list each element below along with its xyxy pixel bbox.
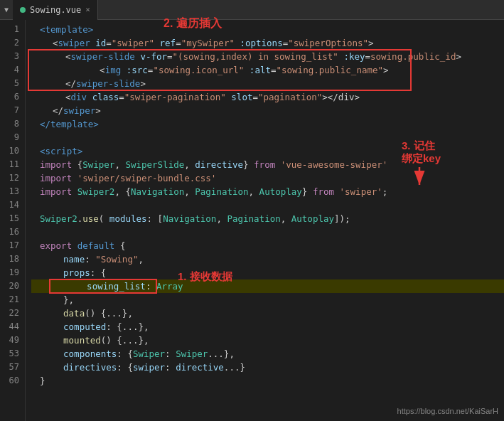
code-line-7: </swiper> bbox=[31, 104, 504, 117]
code-line-18: name: "Sowing", bbox=[31, 252, 504, 266]
code-line-53: components: {Swiper: Swiper...}, bbox=[31, 347, 504, 361]
code-line-44: computed: {...}, bbox=[31, 320, 504, 334]
tab-arrow: ▼ bbox=[0, 6, 13, 14]
code-line-11: import {Swiper, SwiperSlide, directive} … bbox=[31, 158, 504, 171]
code-line-1: <template> bbox=[31, 23, 504, 36]
code-line-16 bbox=[31, 225, 504, 239]
tab-bar: ▼ Sowing.vue × bbox=[0, 0, 504, 20]
code-line-60: } bbox=[31, 374, 504, 388]
editor: 1234567891011121314151617181920212244495… bbox=[0, 20, 504, 421]
code-line-12: import 'swiper/swiper-bundle.css' bbox=[31, 171, 504, 185]
code-line-14 bbox=[31, 198, 504, 212]
code-line-20: sowing_list: Array bbox=[31, 279, 504, 293]
tab-sowing-vue[interactable]: Sowing.vue × bbox=[13, 0, 98, 20]
vue-dot bbox=[20, 7, 26, 13]
code-line-9 bbox=[31, 131, 504, 144]
code-line-5: </swiper-slide> bbox=[31, 77, 504, 90]
code-line-8: </template> bbox=[31, 117, 504, 131]
code-line-6: <div class="swiper-pagination" slot="pag… bbox=[31, 90, 504, 104]
tab-label: Sowing.vue bbox=[30, 5, 81, 15]
code-line-21: }, bbox=[31, 293, 504, 307]
code-line-4: <img :src="sowing.icon_url" :alt="sowing… bbox=[31, 63, 504, 77]
code-line-19: props: { bbox=[31, 266, 504, 279]
code-line-57: directives: {swiper: directive...} bbox=[31, 361, 504, 374]
code-line-3: <swiper-slide v-for="(sowing,index) in s… bbox=[31, 50, 504, 63]
code-line-2: <swiper id="swiper" ref="mySwiper" :opti… bbox=[31, 36, 504, 50]
code-line-15: Swiper2.use( modules: [Navigation, Pagin… bbox=[31, 212, 504, 225]
code-line-22: data() {...}, bbox=[31, 307, 504, 320]
code-line-49: mounted() {...}, bbox=[31, 334, 504, 347]
close-icon[interactable]: × bbox=[85, 5, 90, 14]
line-numbers: 1234567891011121314151617181920212244495… bbox=[0, 20, 26, 421]
code-area: <template><swiper id="swiper" ref="mySwi… bbox=[26, 20, 504, 421]
code-line-17: export default { bbox=[31, 239, 504, 252]
code-line-10: <script> bbox=[31, 144, 504, 158]
code-line-13: import Swiper2, {Navigation, Pagination,… bbox=[31, 185, 504, 198]
